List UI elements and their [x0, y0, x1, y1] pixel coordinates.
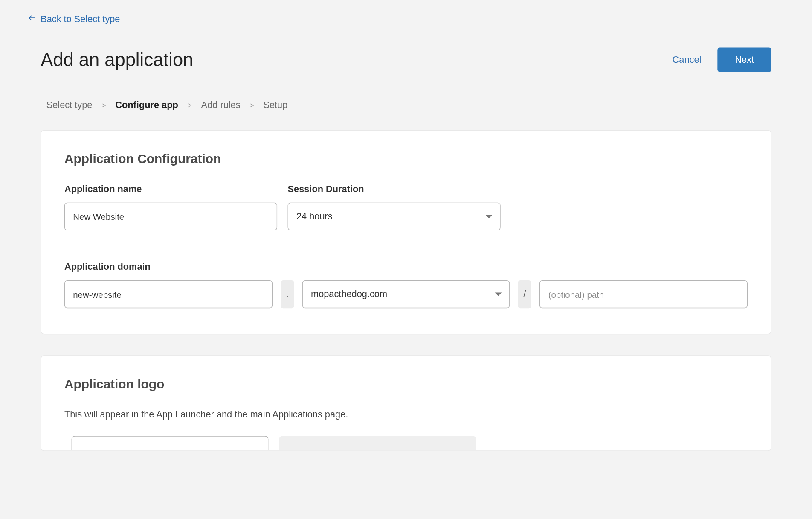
- next-button[interactable]: Next: [717, 48, 771, 72]
- application-name-label: Application name: [64, 184, 277, 194]
- domain-select[interactable]: [302, 280, 510, 308]
- breadcrumb-step-configure-app[interactable]: Configure app: [115, 100, 178, 110]
- breadcrumb-step-select-type[interactable]: Select type: [46, 100, 93, 110]
- subdomain-input[interactable]: [64, 280, 273, 308]
- logo-option-default[interactable]: [71, 436, 268, 450]
- breadcrumb-separator: >: [102, 101, 106, 109]
- application-domain-label: Application domain: [64, 262, 748, 272]
- breadcrumb-separator: >: [188, 101, 192, 109]
- card-title: Application Configuration: [64, 152, 748, 166]
- breadcrumb-step-setup[interactable]: Setup: [263, 100, 287, 110]
- dot-separator: .: [281, 280, 294, 308]
- action-buttons: Cancel Next: [673, 48, 771, 72]
- slash-separator: /: [518, 280, 531, 308]
- path-input[interactable]: [539, 280, 748, 308]
- back-link-label: Back to Select type: [41, 14, 120, 24]
- breadcrumb-step-add-rules[interactable]: Add rules: [201, 100, 241, 110]
- session-duration-value[interactable]: [288, 203, 501, 230]
- back-link[interactable]: Back to Select type: [0, 0, 812, 24]
- logo-options-row: [64, 436, 748, 450]
- logo-description: This will appear in the App Launcher and…: [64, 409, 748, 420]
- header-row: Add an application Cancel Next: [0, 24, 812, 72]
- breadcrumb: Select type > Configure app > Add rules …: [0, 72, 812, 124]
- application-configuration-card: Application Configuration Application na…: [41, 130, 771, 335]
- card-title: Application logo: [64, 377, 748, 392]
- application-logo-card: Application logo This will appear in the…: [41, 355, 771, 451]
- application-name-input[interactable]: [64, 203, 277, 230]
- domain-value[interactable]: [302, 280, 510, 308]
- arrow-left-icon: [28, 14, 36, 24]
- page-title: Add an application: [41, 49, 193, 70]
- breadcrumb-separator: >: [249, 101, 254, 109]
- logo-option-custom[interactable]: [279, 436, 476, 450]
- session-duration-select[interactable]: [288, 203, 501, 230]
- session-duration-label: Session Duration: [288, 184, 501, 194]
- cancel-button[interactable]: Cancel: [673, 55, 702, 65]
